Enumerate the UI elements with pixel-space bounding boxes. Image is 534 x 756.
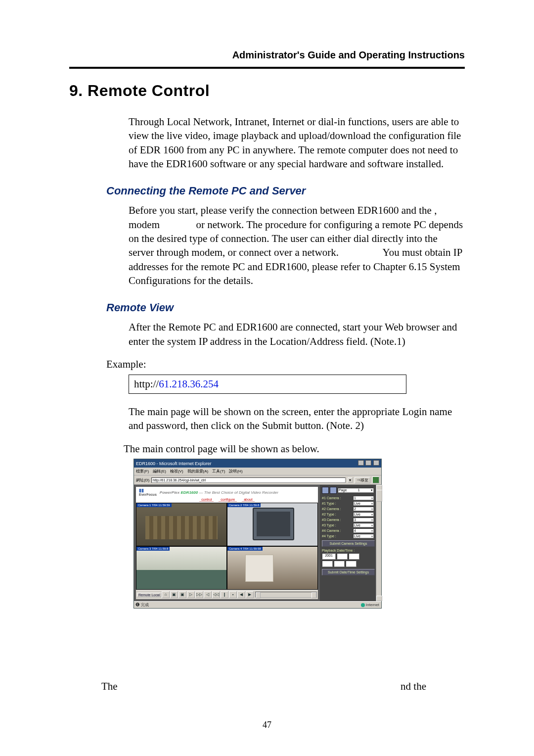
- toolbar-play-icon[interactable]: ▷: [187, 591, 195, 598]
- dt-hour[interactable]: [322, 561, 333, 567]
- camera-2[interactable]: Camera 2 7/04 11:59:8: [227, 503, 318, 546]
- menu-view[interactable]: 檢視(V): [170, 469, 183, 474]
- row-3-cam-select[interactable]: 3: [353, 518, 374, 522]
- dt-second[interactable]: [346, 561, 356, 567]
- row-2-type-select[interactable]: Live: [353, 512, 374, 517]
- links-icon[interactable]: [372, 476, 379, 483]
- cutoff-text-right: nd the: [400, 680, 426, 693]
- brand-logo-icon: ▮▮: [139, 488, 157, 493]
- toolbar-rew-icon[interactable]: ◁: [204, 591, 212, 598]
- menu-bar[interactable]: 檔案(F) 編輯(E) 檢視(V) 我的最愛(A) 工具(T) 說明(H): [134, 468, 381, 475]
- section-title: 9. Remote Control: [69, 82, 465, 100]
- brand-word-2: EDR1600: [181, 490, 198, 495]
- layout-1-icon[interactable]: [322, 487, 329, 494]
- tab-about[interactable]: about: [242, 498, 255, 502]
- page-select-label: Page: [339, 488, 347, 492]
- toolbar-mode-label[interactable]: Remote Local: [137, 593, 161, 597]
- status-bar: 🅔 完成 Internet: [134, 601, 381, 608]
- toolbar-next-icon[interactable]: ▶: [246, 591, 254, 598]
- camera-3-label: Camera 3 7/04 11:59:8: [136, 547, 170, 551]
- menu-favorites[interactable]: 我的最愛(A): [187, 469, 209, 474]
- row-3-type-select[interactable]: Live: [353, 523, 374, 527]
- row-4-type-select[interactable]: Live: [353, 534, 374, 538]
- toolbar-home-icon[interactable]: ⌂: [162, 591, 170, 598]
- toolbar-frew-icon[interactable]: ◁◁: [212, 591, 220, 598]
- remote-view-para1: After the Remote PC and EDR1600 are conn…: [129, 320, 465, 348]
- brand-word-1: PowerPlex: [160, 490, 179, 495]
- brand-bar: ▮▮ EverFocus PowerPlex EDR1600 — The Bes…: [136, 487, 318, 498]
- menu-help[interactable]: 說明(H): [229, 469, 242, 474]
- camera-1-label: Camera 1 7/04 11:59:59: [136, 503, 172, 507]
- camera-4-label: Camera 4 7/04 11:59:58: [227, 547, 263, 551]
- camera-1[interactable]: Camera 1 7/04 11:59:59: [136, 503, 227, 546]
- brand-logo: ▮▮ EverFocus: [139, 488, 157, 496]
- address-bar: 網址(D) http://61.218.36.254/cgi-bin/wt_ct…: [134, 475, 381, 485]
- window-title-text: EDR1600 - Microsoft Internet Explorer: [136, 461, 212, 466]
- address-input[interactable]: http://61.218.36.254/cgi-bin/wt_ctrl: [151, 477, 346, 483]
- vertical-scrollbar[interactable]: [376, 485, 381, 601]
- intro-paragraph: Through Local Network, Intranet, Interne…: [129, 115, 465, 171]
- status-left-text: 完成: [141, 603, 149, 607]
- go-button[interactable]: ⇒移至: [355, 477, 370, 483]
- row-3-type-label: #3 Type :: [322, 523, 336, 527]
- dt-minute[interactable]: [334, 561, 345, 567]
- row-4-cam-label: #4 Camera :: [322, 529, 341, 532]
- toolbar-record-icon[interactable]: •: [229, 591, 237, 598]
- page-select[interactable]: Page 1 ▾: [338, 488, 374, 493]
- row-4-type-label: #4 Type :: [322, 534, 336, 538]
- toolbar-ffwd-icon[interactable]: ▷▷: [195, 591, 203, 598]
- address-label: 網址(D): [136, 477, 149, 483]
- connecting-paragraph: Before you start, please verify the conn…: [129, 203, 465, 287]
- scrollbar-thumb[interactable]: [376, 490, 382, 502]
- globe-icon: [361, 603, 365, 607]
- row-2-cam-label: #2 Camera :: [322, 507, 341, 511]
- close-icon[interactable]: [373, 460, 379, 466]
- playback-datetime-label: Playback Date/Time :: [322, 549, 374, 552]
- tab-configure[interactable]: configure: [219, 498, 237, 502]
- menu-edit[interactable]: 編輯(E): [153, 469, 166, 474]
- address-dropdown-icon[interactable]: ▾: [348, 477, 353, 483]
- ie-window: EDR1600 - Microsoft Internet Explorer 檔案…: [134, 459, 382, 609]
- minimize-icon[interactable]: [358, 460, 364, 466]
- row-1-cam-select[interactable]: 1: [353, 496, 374, 500]
- remote-view-para3: The main control page will be shown as b…: [124, 442, 465, 456]
- row-1-type-select[interactable]: Live: [353, 501, 374, 506]
- example-label: Example:: [106, 358, 465, 371]
- page-select-value: 1: [358, 488, 360, 492]
- window-control-buttons[interactable]: [357, 460, 379, 467]
- cutoff-text-left: The: [101, 680, 118, 693]
- row-4-cam-select[interactable]: 4: [353, 528, 374, 533]
- toolbar-grid1-icon[interactable]: ▣: [170, 591, 178, 598]
- row-2-cam-select[interactable]: 2: [353, 507, 374, 511]
- time-fields: [322, 561, 374, 567]
- toolbar-pause-icon[interactable]: ‖: [221, 591, 228, 598]
- maximize-icon[interactable]: [365, 460, 371, 466]
- submit-camera-button[interactable]: Submit Camera Settings: [322, 540, 375, 547]
- tab-control[interactable]: control: [199, 498, 214, 502]
- menu-file[interactable]: 檔案(F): [136, 469, 149, 474]
- dt-month[interactable]: [337, 553, 348, 560]
- toolbar-prev-icon[interactable]: ◀: [237, 591, 245, 598]
- status-zone-text: Internet: [366, 603, 379, 607]
- dt-year[interactable]: 2001: [322, 553, 336, 560]
- camera-2-label: Camera 2 7/04 11:59:8: [227, 503, 261, 507]
- dt-day[interactable]: [349, 553, 359, 560]
- toolbar-scrollbar[interactable]: [255, 592, 317, 598]
- camera-4[interactable]: Camera 4 7/04 11:59:58: [227, 546, 318, 590]
- camera-3[interactable]: Camera 3 7/04 11:59:8: [136, 546, 227, 590]
- menu-tools[interactable]: 工具(T): [212, 469, 225, 474]
- submit-datetime-button[interactable]: Submit Date/Time Settings: [322, 569, 375, 575]
- example-url-box: http://61.218.36.254: [129, 375, 406, 394]
- page-tabs: control configure about: [136, 498, 318, 503]
- row-3-cam-label: #3 Camera :: [322, 518, 341, 521]
- brand-logo-text: EverFocus: [139, 493, 157, 496]
- page-number: 47: [0, 720, 534, 730]
- date-fields: 2001: [322, 553, 374, 560]
- subheading-connecting: Connecting the Remote PC and Server: [106, 185, 465, 197]
- subheading-remote-view: Remote View: [106, 301, 465, 314]
- row-2-type-label: #2 Type :: [322, 513, 336, 516]
- viewer-area: ▮▮ EverFocus PowerPlex EDR1600 — The Bes…: [134, 485, 381, 601]
- toolbar-grid2-icon[interactable]: ▣: [178, 591, 186, 598]
- camera-grid: Camera 1 7/04 11:59:59 Camera 2 7/04 11:…: [136, 503, 318, 590]
- layout-4-icon[interactable]: [330, 487, 337, 494]
